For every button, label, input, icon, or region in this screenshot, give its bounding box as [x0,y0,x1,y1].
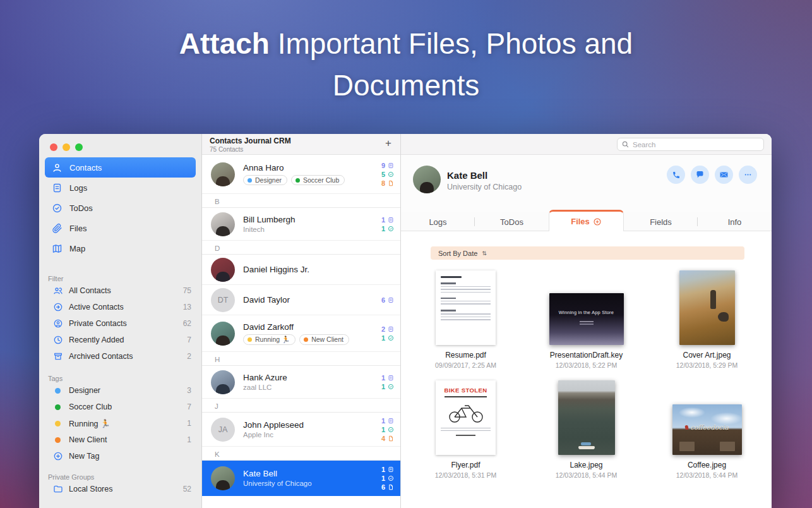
tag-dot-icon [52,421,63,426]
window-controls [39,134,201,152]
tag-count: 3 [187,386,191,395]
tag-count: 7 [187,402,191,411]
sidebar-item-label: Files [69,224,87,233]
zoom-window-button[interactable] [75,143,83,151]
file-card-cover-art[interactable]: Cover Art.jpeg 12/03/2018, 5:29 PM [655,268,759,369]
tag-running[interactable]: Running 🏃 1 [39,415,201,432]
contact-row-hank-azure[interactable]: Hank Azure zaal LLC 1 1 [202,366,400,399]
minimize-window-button[interactable] [63,143,70,151]
tab-logs[interactable]: Logs [401,212,475,231]
add-file-icon[interactable] [593,217,602,226]
new-tag-button[interactable]: New Tag [39,448,201,464]
todos-icon [52,203,63,214]
contact-row-daniel-higgins[interactable]: Daniel Higgins Jr. [202,255,400,285]
sidebar-item-contacts[interactable]: Contacts [45,157,196,178]
contact-counts: 1 1 4 [381,417,394,442]
file-card-coffee[interactable]: coffeedocia Coffee.jpeg 12/03/2018, 5:44… [655,378,759,479]
avatar-initials: JA [211,418,235,442]
sidebar-item-label: Logs [69,183,87,193]
file-card-resume[interactable]: Resume.pdf 09/09/2017, 2:25 AM [414,268,518,369]
contact-name: David Taylor [243,295,290,305]
file-card-lake[interactable]: Lake.jpeg 12/03/2018, 5:44 PM [534,378,638,479]
presentation-thumbnail: Winning in the App Store [549,293,624,345]
folder-icon [52,484,63,494]
arrow-circle-icon [52,302,63,312]
filter-count: 62 [183,319,191,328]
more-button[interactable] [739,166,757,184]
flyer-title: BIKE STOLEN [441,387,491,394]
archive-box-icon [52,351,63,361]
avatar [211,322,235,346]
file-count-icon [388,435,394,442]
filter-label: Recently Added [69,336,187,344]
tag-new-client[interactable]: New Client 1 [39,432,201,448]
file-date: 12/03/2018, 5:44 PM [676,471,738,479]
file-card-presentation[interactable]: Winning in the App Store PresentationDra… [534,268,638,369]
sidebar-item-files[interactable]: Files [45,218,196,238]
headline-bold: Attach [179,27,270,60]
group-local-stores[interactable]: Local Stores 52 [39,481,201,497]
sort-by-date-control[interactable]: Sort By Date ⇅ [431,246,744,260]
tag-pill-soccer-club: Soccer Club [291,175,345,185]
filter-section-label: Filter [39,275,201,282]
contact-row-kate-bell-selected[interactable]: Kate Bell University of Chicago 1 1 6 [202,461,400,496]
file-card-flyer[interactable]: BIKE STOLEN Flyer.pdf 12/03/2018, 5:31 P… [414,378,518,479]
filter-count: 2 [187,352,191,361]
contact-row-bill-lumbergh[interactable]: Bill Lumbergh Initech 1 1 [202,208,400,241]
contact-counts: 6 [381,296,394,304]
filter-active-contacts[interactable]: Active Contacts 13 [39,299,201,315]
headline-line2: Documents [333,69,480,102]
filter-recently-added[interactable]: Recently Added 7 [39,332,201,348]
tab-info[interactable]: Info [698,212,772,231]
filter-label: Active Contacts [69,303,183,311]
todo-count-icon [388,171,394,178]
sidebar-item-map[interactable]: Map [45,238,196,258]
section-letter-k: K [202,447,400,461]
tag-designer[interactable]: Designer 3 [39,382,201,399]
filter-all-contacts[interactable]: All Contacts 75 [39,282,201,299]
contact-row-john-appleseed[interactable]: JA John Appleseed Apple Inc 1 1 4 [202,413,400,447]
avatar [211,212,235,236]
detail-toolbar [401,134,772,155]
sidebar: Contacts Logs ToDos Files Map Filter All [39,134,202,508]
contact-count-subtitle: 75 Contacts [210,146,391,153]
file-date: 12/03/2018, 5:31 PM [435,471,497,479]
filter-private-contacts[interactable]: Private Contacts 62 [39,315,201,332]
tab-fields[interactable]: Fields [624,212,698,231]
tag-label: New Client [69,435,187,444]
contact-counts: 2 1 [381,325,394,342]
tag-soccer-club[interactable]: Soccer Club 7 [39,399,201,415]
tag-label: Designer [69,386,187,395]
filter-archived-contacts[interactable]: Archived Contacts 2 [39,348,201,365]
message-button[interactable] [691,166,709,184]
call-button[interactable] [667,166,685,184]
contact-row-david-zarkoff[interactable]: David Zarkoff Running 🏃 New Client 2 1 [202,315,400,352]
log-count-icon [388,326,394,332]
sidebar-item-logs[interactable]: Logs [45,178,196,198]
email-button[interactable] [715,166,733,184]
search-field[interactable] [617,138,764,151]
contact-counts: 1 1 6 [381,466,394,491]
close-window-button[interactable] [50,143,57,151]
sidebar-item-label: Map [69,244,85,253]
contact-name: Bill Lumbergh [243,215,296,224]
tag-label: Soccer Club [69,402,187,411]
section-letter-j: J [202,399,400,413]
contact-row-david-taylor[interactable]: DT David Taylor 6 [202,285,400,315]
tag-dot-icon [52,404,63,410]
search-input[interactable] [617,138,764,151]
envelope-icon [719,170,729,179]
add-contact-button[interactable]: + [385,137,391,150]
tab-todos[interactable]: ToDos [475,212,549,231]
tab-files-active[interactable]: Files [549,210,624,231]
sidebar-item-todos[interactable]: ToDos [45,198,196,218]
lake-thumbnail [558,380,615,455]
contact-row-anna-haro[interactable]: Anna Haro Designer Soccer Club 9 5 8 [202,155,400,194]
file-name: Coffee.jpeg [688,461,726,469]
clock-icon [52,335,63,345]
contact-counts: 1 1 [381,216,394,233]
avatar [211,258,235,282]
bicycle-icon [441,401,491,424]
contact-company: zaal LLC [243,384,287,391]
file-date: 12/03/2018, 5:44 PM [556,471,618,479]
